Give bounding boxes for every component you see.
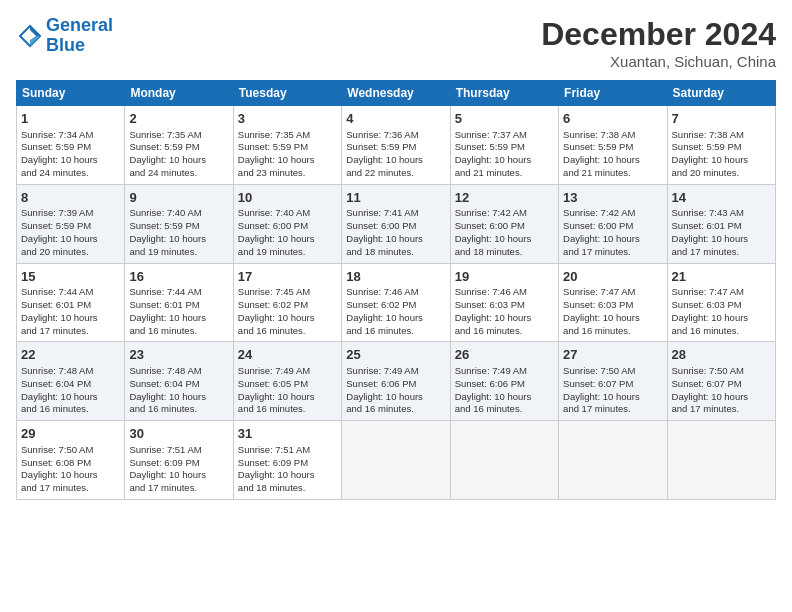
calendar-cell [559,421,667,500]
day-number: 12 [455,189,554,207]
day-info-line: and 22 minutes. [346,167,445,180]
day-info-line: and 16 minutes. [563,325,662,338]
day-info-line: Daylight: 10 hours [563,312,662,325]
day-info-line: and 16 minutes. [21,403,120,416]
day-info-line: Daylight: 10 hours [21,469,120,482]
day-info-line: Sunset: 6:01 PM [129,299,228,312]
day-header-tuesday: Tuesday [233,81,341,106]
day-info-line: Daylight: 10 hours [455,312,554,325]
day-number: 2 [129,110,228,128]
day-info-line: Daylight: 10 hours [346,233,445,246]
day-info-line: Sunrise: 7:37 AM [455,129,554,142]
calendar-cell: 18Sunrise: 7:46 AMSunset: 6:02 PMDayligh… [342,263,450,342]
day-header-monday: Monday [125,81,233,106]
day-number: 19 [455,268,554,286]
day-info-line: Daylight: 10 hours [21,233,120,246]
calendar-cell: 13Sunrise: 7:42 AMSunset: 6:00 PMDayligh… [559,184,667,263]
day-number: 9 [129,189,228,207]
day-info-line: Daylight: 10 hours [129,469,228,482]
day-info-line: Sunset: 6:00 PM [563,220,662,233]
day-info-line: Sunset: 5:59 PM [129,220,228,233]
calendar-body: 1Sunrise: 7:34 AMSunset: 5:59 PMDaylight… [17,106,776,500]
page-container: General Blue December 2024 Xuantan, Sich… [0,0,792,510]
day-number: 28 [672,346,771,364]
day-number: 8 [21,189,120,207]
day-info-line: Sunset: 6:04 PM [21,378,120,391]
day-info-line: Daylight: 10 hours [455,391,554,404]
day-number: 20 [563,268,662,286]
calendar-cell: 29Sunrise: 7:50 AMSunset: 6:08 PMDayligh… [17,421,125,500]
calendar-cell: 10Sunrise: 7:40 AMSunset: 6:00 PMDayligh… [233,184,341,263]
day-info-line: and 24 minutes. [129,167,228,180]
day-info-line: and 24 minutes. [21,167,120,180]
day-info-line: Sunrise: 7:49 AM [455,365,554,378]
calendar-cell: 22Sunrise: 7:48 AMSunset: 6:04 PMDayligh… [17,342,125,421]
day-number: 31 [238,425,337,443]
day-info-line: Daylight: 10 hours [129,154,228,167]
day-info-line: Sunrise: 7:45 AM [238,286,337,299]
day-info-line: and 16 minutes. [455,403,554,416]
day-info-line: Sunrise: 7:51 AM [129,444,228,457]
day-number: 10 [238,189,337,207]
day-info-line: Sunrise: 7:44 AM [21,286,120,299]
day-info-line: and 16 minutes. [672,325,771,338]
day-number: 21 [672,268,771,286]
calendar-cell: 26Sunrise: 7:49 AMSunset: 6:06 PMDayligh… [450,342,558,421]
day-info-line: Sunset: 6:03 PM [455,299,554,312]
day-info-line: and 18 minutes. [346,246,445,259]
day-info-line: and 17 minutes. [563,403,662,416]
day-info-line: Sunset: 6:04 PM [129,378,228,391]
day-info-line: Daylight: 10 hours [129,233,228,246]
logo: General Blue [16,16,113,56]
day-info-line: Sunset: 6:09 PM [129,457,228,470]
day-number: 7 [672,110,771,128]
calendar-cell: 24Sunrise: 7:49 AMSunset: 6:05 PMDayligh… [233,342,341,421]
day-info-line: Daylight: 10 hours [563,233,662,246]
day-info-line: and 16 minutes. [238,403,337,416]
day-info-line: Sunset: 5:59 PM [21,220,120,233]
day-info-line: Sunset: 6:08 PM [21,457,120,470]
day-info-line: and 17 minutes. [129,482,228,495]
day-info-line: Sunrise: 7:51 AM [238,444,337,457]
title-block: December 2024 Xuantan, Sichuan, China [541,16,776,70]
day-info-line: Daylight: 10 hours [346,312,445,325]
day-info-line: and 19 minutes. [238,246,337,259]
day-info-line: Sunrise: 7:49 AM [346,365,445,378]
day-number: 14 [672,189,771,207]
day-info-line: Sunrise: 7:41 AM [346,207,445,220]
day-info-line: Daylight: 10 hours [672,154,771,167]
day-info-line: Sunset: 6:00 PM [346,220,445,233]
day-info-line: Sunset: 6:06 PM [455,378,554,391]
day-header-wednesday: Wednesday [342,81,450,106]
calendar-cell: 17Sunrise: 7:45 AMSunset: 6:02 PMDayligh… [233,263,341,342]
day-info-line: and 16 minutes. [129,403,228,416]
day-number: 11 [346,189,445,207]
day-info-line: Daylight: 10 hours [238,233,337,246]
day-info-line: Sunrise: 7:42 AM [563,207,662,220]
day-info-line: Daylight: 10 hours [672,391,771,404]
calendar-cell: 11Sunrise: 7:41 AMSunset: 6:00 PMDayligh… [342,184,450,263]
day-info-line: Sunset: 5:59 PM [238,141,337,154]
day-info-line: Daylight: 10 hours [21,391,120,404]
calendar-table: SundayMondayTuesdayWednesdayThursdayFrid… [16,80,776,500]
calendar-cell: 3Sunrise: 7:35 AMSunset: 5:59 PMDaylight… [233,106,341,185]
calendar-week-2: 8Sunrise: 7:39 AMSunset: 5:59 PMDaylight… [17,184,776,263]
calendar-cell [667,421,775,500]
calendar-cell: 19Sunrise: 7:46 AMSunset: 6:03 PMDayligh… [450,263,558,342]
day-number: 30 [129,425,228,443]
day-info-line: Daylight: 10 hours [238,154,337,167]
calendar-week-3: 15Sunrise: 7:44 AMSunset: 6:01 PMDayligh… [17,263,776,342]
day-info-line: and 21 minutes. [563,167,662,180]
day-info-line: Sunrise: 7:46 AM [346,286,445,299]
day-info-line: Sunrise: 7:46 AM [455,286,554,299]
day-info-line: Daylight: 10 hours [672,233,771,246]
day-number: 6 [563,110,662,128]
day-number: 29 [21,425,120,443]
day-info-line: Sunset: 6:06 PM [346,378,445,391]
day-info-line: Daylight: 10 hours [238,391,337,404]
day-info-line: Sunset: 5:59 PM [563,141,662,154]
day-number: 15 [21,268,120,286]
day-header-saturday: Saturday [667,81,775,106]
day-info-line: Daylight: 10 hours [563,154,662,167]
day-info-line: Daylight: 10 hours [455,233,554,246]
